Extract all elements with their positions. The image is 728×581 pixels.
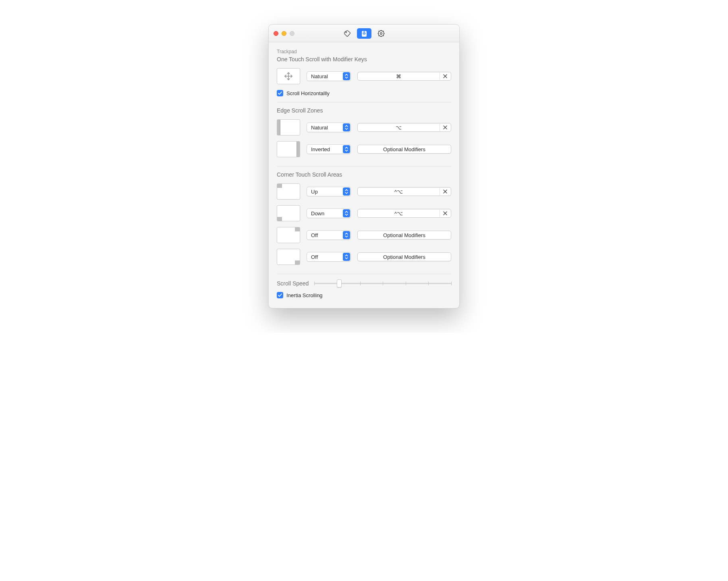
bottom-right-corner-zone-icon[interactable]	[277, 249, 300, 265]
inertia-label: Inertia Scrolling	[286, 292, 323, 298]
one-touch-modifier-field[interactable]: ⌘	[357, 72, 451, 81]
select-value: Up	[311, 189, 318, 195]
svg-line-12	[383, 35, 384, 36]
button-label: Optional Modifiers	[383, 254, 425, 260]
one-touch-row: Natural ⌘	[277, 68, 451, 84]
edge-right-direction-select[interactable]: Inverted	[307, 144, 351, 154]
section-title-corner-areas: Corner Touch Scroll Areas	[277, 171, 451, 178]
modifier-value: ^⌥	[394, 189, 403, 195]
inertia-row: Inertia Scrolling	[277, 292, 451, 298]
minimize-button[interactable]	[282, 31, 286, 36]
edge-right-modifier-button[interactable]: Optional Modifiers	[357, 145, 451, 154]
edge-left-modifier-field[interactable]: ⌥	[357, 123, 451, 132]
modifier-value: ⌥	[396, 125, 402, 131]
select-value: Down	[311, 210, 324, 217]
top-left-corner-zone-icon[interactable]	[277, 183, 300, 200]
corner-tl-row: Up ^⌥	[277, 183, 451, 200]
clear-modifier-button[interactable]	[440, 73, 450, 80]
corner-br-modifier-button[interactable]: Optional Modifiers	[357, 252, 451, 261]
select-value: Natural	[311, 125, 328, 131]
right-edge-zone-icon[interactable]	[277, 141, 300, 157]
modifier-value: ^⌥	[394, 210, 403, 217]
stepper-icon	[343, 187, 350, 196]
one-touch-direction-select[interactable]: Natural	[307, 71, 351, 81]
edge-left-row: Natural ⌥	[277, 119, 451, 135]
stepper-icon	[343, 72, 350, 80]
corner-bl-row: Down ^⌥	[277, 205, 451, 221]
button-label: Optional Modifiers	[383, 146, 425, 152]
corner-br-row: Off Optional Modifiers	[277, 249, 451, 265]
stepper-icon	[343, 123, 350, 131]
bottom-left-corner-zone-icon[interactable]	[277, 205, 300, 221]
window-controls	[274, 31, 295, 36]
select-value: Off	[311, 254, 318, 260]
scroll-horizontally-checkbox[interactable]	[277, 90, 283, 96]
slider-tick	[428, 282, 429, 285]
svg-line-13	[383, 31, 384, 31]
corner-tl-modifier-field[interactable]: ^⌥	[357, 187, 451, 196]
tab-trackpad-icon[interactable]	[357, 28, 371, 39]
stepper-icon	[343, 145, 350, 153]
scroll-horizontally-row: Scroll Horizontallly	[277, 90, 451, 96]
corner-bl-direction-select[interactable]: Down	[307, 208, 351, 218]
corner-br-direction-select[interactable]: Off	[307, 252, 351, 262]
top-right-corner-zone-icon[interactable]	[277, 227, 300, 243]
move-zone-icon[interactable]	[277, 68, 300, 84]
section-title-one-touch: One Touch Scroll with Modifier Keys	[277, 56, 451, 62]
corner-bl-modifier-field[interactable]: ^⌥	[357, 209, 451, 218]
scroll-speed-label: Scroll Speed	[277, 280, 309, 287]
content-area: Trackpad One Touch Scroll with Modifier …	[269, 42, 459, 308]
clear-modifier-button[interactable]	[440, 210, 450, 217]
divider	[277, 166, 451, 167]
tab-settings-icon[interactable]	[374, 28, 388, 39]
corner-tr-direction-select[interactable]: Off	[307, 230, 351, 240]
clear-modifier-button[interactable]	[440, 188, 450, 195]
stepper-icon	[343, 209, 350, 217]
slider-tick	[383, 282, 383, 285]
inertia-checkbox[interactable]	[277, 292, 283, 298]
svg-point-0	[345, 31, 346, 33]
section-title-edge-zones: Edge Scroll Zones	[277, 107, 451, 114]
close-button[interactable]	[274, 31, 278, 36]
stepper-icon	[343, 253, 350, 261]
preferences-window: Trackpad One Touch Scroll with Modifier …	[268, 24, 460, 308]
slider-tick	[360, 282, 361, 285]
stepper-icon	[343, 231, 350, 239]
clear-modifier-button[interactable]	[440, 124, 450, 131]
slider-tick	[451, 282, 452, 285]
svg-point-15	[380, 32, 382, 34]
svg-line-11	[378, 31, 379, 31]
corner-tr-modifier-button[interactable]: Optional Modifiers	[357, 231, 451, 239]
select-value: Off	[311, 232, 318, 238]
select-value: Natural	[311, 73, 328, 79]
titlebar	[269, 25, 459, 42]
scroll-horizontally-label: Scroll Horizontallly	[286, 90, 330, 96]
zoom-button-disabled	[290, 31, 295, 36]
corner-tl-direction-select[interactable]: Up	[307, 187, 351, 196]
corner-tr-row: Off Optional Modifiers	[277, 227, 451, 243]
slider-tick	[314, 282, 315, 285]
svg-line-14	[378, 35, 379, 36]
left-edge-zone-icon[interactable]	[277, 119, 300, 135]
select-value: Inverted	[311, 146, 330, 152]
scroll-speed-row: Scroll Speed	[277, 279, 451, 288]
button-label: Optional Modifiers	[383, 232, 425, 238]
divider	[277, 274, 451, 274]
scroll-speed-slider[interactable]	[314, 279, 451, 288]
edge-right-row: Inverted Optional Modifiers	[277, 141, 451, 157]
edge-left-direction-select[interactable]: Natural	[307, 123, 351, 132]
modifier-value: ⌘	[396, 73, 401, 79]
toolbar-tabs	[340, 28, 388, 39]
divider	[277, 102, 451, 102]
breadcrumb: Trackpad	[277, 49, 451, 54]
slider-thumb[interactable]	[337, 279, 342, 287]
tab-tag-icon[interactable]	[340, 28, 355, 39]
slider-tick	[406, 282, 406, 285]
